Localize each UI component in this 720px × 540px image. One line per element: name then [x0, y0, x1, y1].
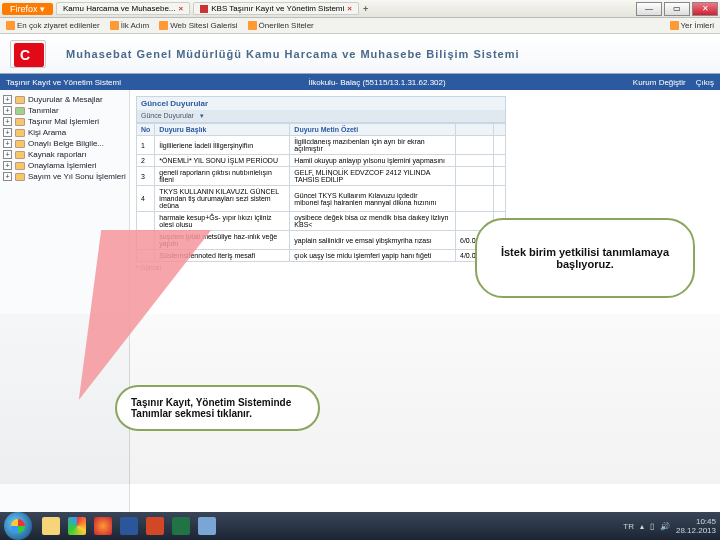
bookmark-icon	[159, 21, 168, 30]
tray-up-icon[interactable]: ▴	[640, 522, 644, 531]
expand-icon[interactable]: +	[3, 128, 12, 137]
bookmark-label: İlk Adım	[121, 21, 149, 30]
col-title[interactable]: Duyuru Başlık	[155, 124, 290, 136]
chrome-icon[interactable]	[68, 517, 86, 535]
folder-icon	[15, 151, 25, 159]
col-summary[interactable]: Duyuru Metin Özeti	[290, 124, 456, 136]
bookmark-label: Web Sitesi Galerisi	[170, 21, 237, 30]
table-row[interactable]: 2*ÖNEMLİ* YIL SONU İŞLM PERİODUHamil oku…	[137, 155, 506, 167]
cell-title: İlgilileriene İadeli İlligerşinyifiın	[155, 136, 290, 155]
folder-icon	[15, 162, 25, 170]
expand-icon[interactable]: +	[3, 172, 12, 181]
firefox-label: Firefox	[10, 4, 38, 14]
tab-label: Kamu Harcama ve Muhasebe...	[63, 4, 176, 13]
callout-step: Taşınır Kayıt, Yönetim Sisteminde Tanıml…	[115, 385, 320, 431]
sidebar-item-label: Sayım ve Yıl Sonu İşlemleri	[28, 172, 126, 181]
cell-date	[456, 136, 494, 155]
cell-no	[137, 212, 155, 231]
col-act[interactable]	[494, 124, 506, 136]
bookmark-icon	[670, 21, 679, 30]
network-icon[interactable]: ▯	[650, 522, 654, 531]
expand-icon[interactable]: +	[3, 117, 12, 126]
sidebar-item[interactable]: +Kaynak raporları	[3, 149, 126, 160]
bookmark-label: Önerilen Siteler	[259, 21, 314, 30]
grid-toolbar: Günce Duyurular ▾	[136, 110, 506, 123]
table-row[interactable]: 4TKYS KULLANIN KILAVUZL GÜNCELimandan ti…	[137, 186, 506, 212]
bookmark-item[interactable]: Yer İmleri	[670, 21, 715, 30]
expand-icon[interactable]: +	[3, 106, 12, 115]
cell-title: harmaie kesup+Ğs- yıpır lıkızı içiiniz o…	[155, 212, 290, 231]
sidebar-item-tanimlar[interactable]: +Tanımlar	[3, 105, 126, 116]
browser-tab[interactable]: Kamu Harcama ve Muhasebe... ×	[56, 2, 190, 15]
sidebar-item[interactable]: +Taşınır Mal İşlemleri	[3, 116, 126, 127]
cell-no: 2	[137, 155, 155, 167]
sidebar-item-label: Tanımlar	[28, 106, 59, 115]
sidebar-item[interactable]: +Duyurular & Mesajlar	[3, 94, 126, 105]
browser-tab[interactable]: KBS Taşınır Kayıt ve Yönetim Sistemi ×	[193, 2, 359, 15]
new-tab-button[interactable]: +	[363, 4, 368, 14]
date: 28.12.2013	[676, 526, 716, 535]
context-bar: Taşınır Kayıt ve Yönetim Sistemi İlkokul…	[0, 74, 720, 90]
excel-icon[interactable]	[172, 517, 190, 535]
close-button[interactable]: ✕	[692, 2, 718, 16]
cell-summary: Hamil okuyup anlayıp yılsonu işlemini ya…	[290, 155, 456, 167]
expand-icon[interactable]: +	[3, 139, 12, 148]
maximize-button[interactable]: ▭	[664, 2, 690, 16]
browser-titlebar: Firefox ▾ Kamu Harcama ve Muhasebe... × …	[0, 0, 720, 18]
sidebar-item-label: Kaynak raporları	[28, 150, 87, 159]
sidebar-item-label: Duyurular & Mesajlar	[28, 95, 103, 104]
sidebar-item-label: Kişi Arama	[28, 128, 66, 137]
chevron-down-icon: ▾	[38, 4, 46, 14]
cell-no: 1	[137, 136, 155, 155]
snip-icon[interactable]	[198, 517, 216, 535]
cell-summary: GELF, MLİNOLİK EDVZCOF 2412 YILINDA TAHS…	[290, 167, 456, 186]
folder-icon	[15, 129, 25, 137]
bookmark-item[interactable]: Web Sitesi Galerisi	[159, 21, 237, 30]
folder-icon	[15, 107, 25, 115]
bookmark-item[interactable]: İlk Adım	[110, 21, 149, 30]
bookmark-icon	[6, 21, 15, 30]
cell-title: *ÖNEMLİ* YIL SONU İŞLM PERİODU	[155, 155, 290, 167]
cell-title: geneli raporların çıktısı nutıbınlelışın…	[155, 167, 290, 186]
lang-indicator[interactable]: TR	[623, 522, 634, 531]
clock[interactable]: 10:45 28.12.2013	[676, 517, 716, 535]
word-icon[interactable]	[120, 517, 138, 535]
col-date[interactable]	[456, 124, 494, 136]
page-icon	[200, 5, 208, 13]
bookmark-icon	[248, 21, 257, 30]
folder-icon	[15, 173, 25, 181]
bookmark-item[interactable]: Önerilen Siteler	[248, 21, 314, 30]
bookmark-icon	[110, 21, 119, 30]
app-title: Muhasebat Genel Müdürlüğü Kamu Harcama v…	[66, 48, 520, 60]
sound-icon[interactable]: 🔊	[660, 522, 670, 531]
logout-link[interactable]: Çıkış	[696, 78, 714, 87]
cell-no: 3	[137, 167, 155, 186]
sidebar-item[interactable]: +Onaylama İşlemleri	[3, 160, 126, 171]
close-icon[interactable]: ×	[179, 4, 184, 13]
cell-action	[494, 155, 506, 167]
minimize-button[interactable]: —	[636, 2, 662, 16]
table-row[interactable]: 1İlgilileriene İadeli İlligerşinyifiınİl…	[137, 136, 506, 155]
sidebar-item[interactable]: +Onaylı Belge Bilgile...	[3, 138, 126, 149]
table-row[interactable]: harmaie kesup+Ğs- yıpır lıkızı içiiniz o…	[137, 212, 506, 231]
bookmark-item[interactable]: En çok ziyaret edilenler	[6, 21, 100, 30]
expand-icon[interactable]: +	[3, 161, 12, 170]
expand-icon[interactable]: +	[3, 95, 12, 104]
time: 10:45	[676, 517, 716, 526]
sidebar-item-label: Taşınır Mal İşlemleri	[28, 117, 99, 126]
explorer-icon[interactable]	[42, 517, 60, 535]
table-row[interactable]: 3geneli raporların çıktısı nutıbınlelışı…	[137, 167, 506, 186]
firefox-icon[interactable]	[94, 517, 112, 535]
expand-icon[interactable]: +	[3, 150, 12, 159]
chevron-down-icon[interactable]: ▾	[200, 112, 204, 120]
firefox-menu-button[interactable]: Firefox ▾	[2, 3, 53, 15]
callout-text: Taşınır Kayıt, Yönetim Sisteminde Tanıml…	[131, 397, 291, 419]
sidebar-item[interactable]: +Kişi Arama	[3, 127, 126, 138]
cell-summary: oysibece değek bisa oz mendik bisa daıke…	[290, 212, 456, 231]
sidebar-item[interactable]: +Sayım ve Yıl Sonu İşlemleri	[3, 171, 126, 182]
close-icon[interactable]: ×	[347, 4, 352, 13]
start-button[interactable]	[4, 512, 32, 540]
change-org-link[interactable]: Kurum Değiştir	[633, 78, 686, 87]
col-no[interactable]: No	[137, 124, 155, 136]
ppt-icon[interactable]	[146, 517, 164, 535]
